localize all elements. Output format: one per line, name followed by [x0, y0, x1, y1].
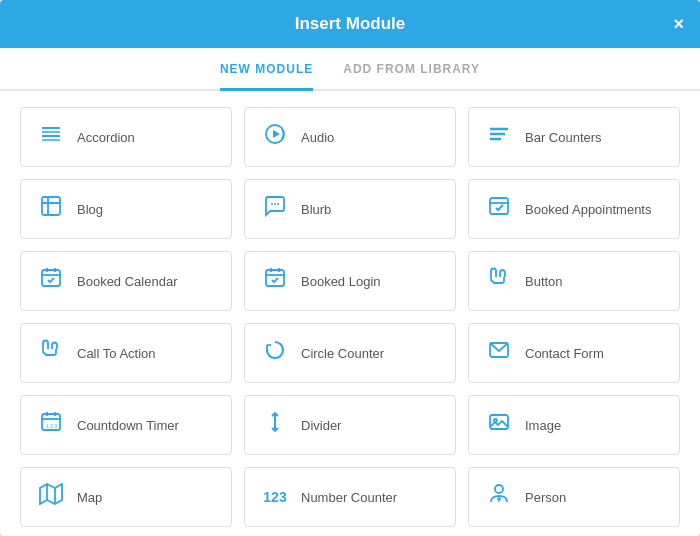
modal-header: Insert Module ×: [0, 0, 700, 48]
module-bar-counters-label: Bar Counters: [525, 130, 602, 145]
module-bar-counters[interactable]: Bar Counters: [468, 107, 680, 167]
module-button-label: Button: [525, 274, 563, 289]
module-countdown-timer-label: Countdown Timer: [77, 418, 179, 433]
svg-text:1 2 3: 1 2 3: [46, 423, 57, 429]
button-icon: [485, 266, 513, 296]
module-divider-label: Divider: [301, 418, 341, 433]
audio-icon: [261, 122, 289, 152]
blog-icon: [37, 194, 65, 224]
tab-add-from-library[interactable]: ADD FROM LIBRARY: [343, 62, 480, 91]
person-icon: [485, 482, 513, 512]
module-image-label: Image: [525, 418, 561, 433]
module-person[interactable]: Person: [468, 467, 680, 527]
module-booked-appointments-label: Booked Appointments: [525, 202, 651, 217]
contact-form-icon: [485, 338, 513, 368]
svg-rect-21: [266, 270, 284, 286]
countdown-timer-icon: 1 2 3: [37, 410, 65, 440]
image-icon: [485, 410, 513, 440]
module-map-label: Map: [77, 490, 102, 505]
module-circle-counter[interactable]: Circle Counter: [244, 323, 456, 383]
blurb-icon: [261, 194, 289, 224]
svg-rect-34: [490, 415, 508, 429]
module-grid: Accordion Audio: [20, 107, 680, 536]
svg-rect-15: [490, 198, 508, 214]
module-countdown-timer[interactable]: 1 2 3 Countdown Timer: [20, 395, 232, 455]
module-call-to-action[interactable]: Call To Action: [20, 323, 232, 383]
svg-point-13: [274, 203, 276, 205]
svg-rect-9: [42, 197, 60, 215]
booked-appointments-icon: [485, 194, 513, 224]
booked-calendar-icon: [37, 266, 65, 296]
module-booked-calendar[interactable]: Booked Calendar: [20, 251, 232, 311]
modal-title: Insert Module: [295, 14, 406, 33]
module-blurb[interactable]: Blurb: [244, 179, 456, 239]
module-divider[interactable]: Divider: [244, 395, 456, 455]
module-blog-label: Blog: [77, 202, 103, 217]
svg-marker-36: [40, 484, 62, 504]
insert-module-modal: Insert Module × NEW MODULE ADD FROM LIBR…: [0, 0, 700, 536]
module-person-label: Person: [525, 490, 566, 505]
module-audio-label: Audio: [301, 130, 334, 145]
circle-counter-icon: [261, 338, 289, 368]
map-icon: [37, 482, 65, 512]
module-button[interactable]: Button: [468, 251, 680, 311]
module-booked-appointments[interactable]: Booked Appointments: [468, 179, 680, 239]
bar-counters-icon: [485, 122, 513, 152]
module-call-to-action-label: Call To Action: [77, 346, 156, 361]
module-contact-form[interactable]: Contact Form: [468, 323, 680, 383]
module-contact-form-label: Contact Form: [525, 346, 604, 361]
module-booked-calendar-label: Booked Calendar: [77, 274, 177, 289]
svg-point-14: [277, 203, 279, 205]
svg-marker-5: [273, 130, 280, 138]
module-blurb-label: Blurb: [301, 202, 331, 217]
module-booked-login[interactable]: Booked Login: [244, 251, 456, 311]
tab-new-module[interactable]: NEW MODULE: [220, 62, 313, 91]
module-blog[interactable]: Blog: [20, 179, 232, 239]
booked-login-icon: [261, 266, 289, 296]
number-counter-icon: 123: [261, 489, 289, 505]
module-number-counter[interactable]: 123 Number Counter: [244, 467, 456, 527]
module-accordion[interactable]: Accordion: [20, 107, 232, 167]
module-accordion-label: Accordion: [77, 130, 135, 145]
svg-point-39: [495, 485, 503, 493]
svg-point-12: [271, 203, 273, 205]
module-circle-counter-label: Circle Counter: [301, 346, 384, 361]
svg-rect-17: [42, 270, 60, 286]
module-image[interactable]: Image: [468, 395, 680, 455]
module-grid-container: Accordion Audio: [0, 91, 700, 536]
modal-tabs: NEW MODULE ADD FROM LIBRARY: [0, 48, 700, 91]
module-map[interactable]: Map: [20, 467, 232, 527]
modal-close-button[interactable]: ×: [673, 14, 684, 35]
divider-icon: [261, 410, 289, 440]
accordion-icon: [37, 122, 65, 152]
module-number-counter-label: Number Counter: [301, 490, 397, 505]
module-booked-login-label: Booked Login: [301, 274, 381, 289]
call-to-action-icon: [37, 338, 65, 368]
module-audio[interactable]: Audio: [244, 107, 456, 167]
